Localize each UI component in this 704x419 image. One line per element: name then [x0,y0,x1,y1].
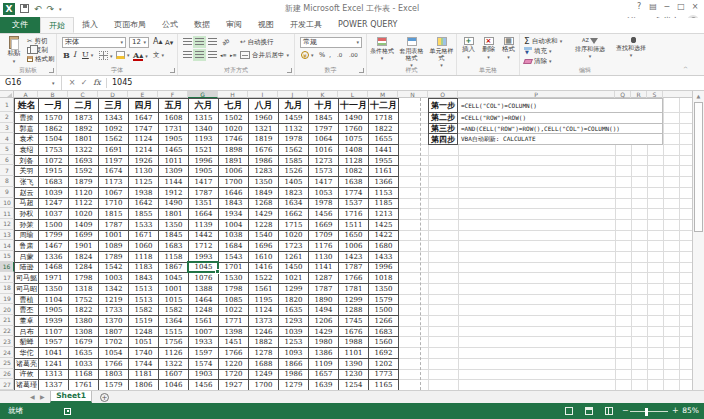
cell[interactable]: 1986 [279,370,309,381]
cell[interactable]: 1760 [339,124,369,135]
cell[interactable]: 1220 [219,359,249,370]
cell[interactable]: 1268 [249,199,279,210]
column-header-D[interactable]: D [98,91,128,98]
cell[interactable]: 1266 [369,316,399,327]
cell[interactable]: 1011 [159,156,189,167]
cell[interactable]: 1731 [159,124,189,135]
cell[interactable]: 1153 [369,188,399,199]
cell[interactable]: 1248 [189,305,219,316]
cell[interactable]: 1416 [249,263,279,274]
cell[interactable]: 1542 [99,263,129,274]
cell[interactable]: 张飞 [15,177,39,188]
cell[interactable]: 1158 [159,252,189,263]
column-header-E[interactable]: E [128,91,158,98]
cell[interactable]: 1740 [129,348,159,359]
cell[interactable]: 1978 [309,199,339,210]
cell[interactable]: 1822 [369,124,399,135]
cell[interactable]: 1855 [129,209,159,220]
macro-record-icon[interactable] [64,408,71,415]
cell[interactable]: 1798 [219,284,249,295]
cell[interactable]: 1988 [339,337,369,348]
cell[interactable]: 1278 [249,348,279,359]
cell[interactable]: 1803 [99,370,129,381]
cell[interactable]: 1122 [69,199,99,210]
cell[interactable]: 1380 [69,316,99,327]
cell[interactable]: 1429 [309,327,339,338]
zoom-in-icon[interactable]: + [672,403,679,419]
column-header-C[interactable]: C [68,91,98,98]
cell[interactable]: 1045 [159,273,189,284]
active-cell-selection[interactable] [187,261,219,274]
cell[interactable]: 陆逊 [15,263,39,274]
cell[interactable]: 1720 [219,370,249,381]
cell[interactable]: 1322 [69,145,99,156]
row-header-19[interactable]: 19 [0,294,14,305]
cell[interactable]: 1570 [39,113,69,124]
cell[interactable]: 1003 [99,273,129,284]
cell[interactable]: 1072 [39,156,69,167]
cell[interactable]: 1284 [69,263,99,274]
cell[interactable]: 1882 [249,337,279,348]
cell[interactable]: 1022 [219,305,249,316]
cell[interactable]: 郭嘉 [15,124,39,135]
scroll-up-icon[interactable]: ▲ [693,93,704,99]
cell[interactable]: 1018 [369,273,399,284]
cell[interactable]: 1373 [249,316,279,327]
zoom-slider[interactable] [630,411,668,412]
cell[interactable]: 1692 [369,348,399,359]
cell[interactable]: 1905 [39,305,69,316]
cell[interactable]: 1104 [39,295,69,306]
column-header-F[interactable]: F [158,91,188,98]
cell[interactable]: 1642 [129,199,159,210]
cell[interactable]: 1248 [129,327,159,338]
cell[interactable]: 鲁肃 [15,241,39,252]
cell[interactable]: 1504 [39,134,69,145]
sheet-tab-sheet1[interactable]: Sheet1 [50,391,92,403]
cell[interactable]: 1429 [249,209,279,220]
cell[interactable]: 1971 [39,273,69,284]
cell[interactable]: 曹丕 [15,305,39,316]
cell[interactable]: 1101 [339,348,369,359]
cell[interactable]: 1195 [249,295,279,306]
cell[interactable]: 1139 [189,220,219,231]
cell[interactable]: 1688 [249,359,279,370]
cell[interactable]: 1752 [69,295,99,306]
cell[interactable]: 1938 [129,188,159,199]
cell[interactable]: 曹操 [15,113,39,124]
cell[interactable]: 1197 [99,156,129,167]
cell[interactable]: 1417 [189,177,219,188]
cell[interactable]: 1001 [99,231,129,242]
row-header-21[interactable]: 21 [0,315,14,326]
cell[interactable]: 1513 [129,295,159,306]
cell[interactable]: 1915 [39,166,69,177]
row-header-1[interactable]: 1 [0,98,14,112]
row-header-5[interactable]: 5 [0,144,14,155]
cell[interactable]: 1107 [39,327,69,338]
cell[interactable]: 1756 [159,337,189,348]
new-sheet-button[interactable]: + [100,393,109,402]
cell[interactable]: 华佗 [15,348,39,359]
cell[interactable]: 1168 [69,370,99,381]
row-header-11[interactable]: 11 [0,208,14,219]
row-header-20[interactable]: 20 [0,304,14,315]
cell[interactable]: 1891 [219,156,249,167]
cell[interactable]: 1004 [219,220,249,231]
cell[interactable]: 1085 [219,295,249,306]
cell[interactable]: 1409 [69,220,99,231]
sheet-next-icon[interactable]: ▶ [40,391,45,403]
cell[interactable]: 1939 [39,316,69,327]
column-header-A[interactable]: A [14,91,38,98]
cell[interactable]: 1683 [159,241,189,252]
column-header-O[interactable]: O [428,91,458,98]
cell[interactable]: 1451 [219,337,249,348]
cell[interactable]: 1592 [69,166,99,177]
cell[interactable]: 1336 [39,252,69,263]
row-header-15[interactable]: 15 [0,251,14,262]
cell[interactable]: 1408 [339,145,369,156]
cell[interactable]: 1093 [279,348,309,359]
cell[interactable]: 诸葛亮 [15,359,39,370]
cell[interactable]: 1185 [369,199,399,210]
cell[interactable]: 1309 [159,166,189,177]
cell[interactable]: 1543 [219,252,249,263]
cell[interactable]: 1680 [369,241,399,252]
